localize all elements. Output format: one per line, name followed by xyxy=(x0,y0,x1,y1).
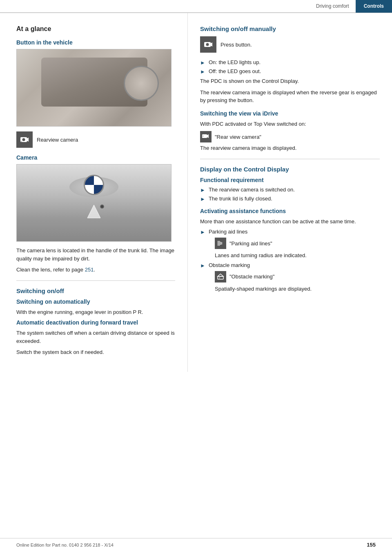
obstacle-marking-bullet: ► Obstacle marking xyxy=(200,262,380,269)
bullet-arrow6: ► xyxy=(200,262,205,269)
svg-text:P: P xyxy=(205,42,206,44)
left-column: At a glance Button in the vehicle P Rear… xyxy=(0,13,188,372)
rearview-camera-icon-box: P xyxy=(16,131,33,148)
car-interior-image xyxy=(16,49,172,127)
svg-marker-7 xyxy=(211,42,212,47)
svg-marker-4 xyxy=(87,205,100,218)
func-req-bullet2: ► The trunk lid is fully closed. xyxy=(200,196,380,202)
parking-aid-label: Parking aid lines xyxy=(209,229,247,235)
press-button-label: Press button. xyxy=(220,42,252,48)
display-control-title: Display on the Control Display xyxy=(200,166,380,173)
switching-on-off-title: Switching on/off xyxy=(16,287,175,294)
parking-aid-icon-row: "Parking aid lines" xyxy=(200,238,380,249)
parking-aid-bullet: ► Parking aid lines xyxy=(200,229,380,235)
divider1 xyxy=(16,280,175,281)
svg-text:R: R xyxy=(203,135,204,137)
main-content: At a glance Button in the vehicle P Rear… xyxy=(0,13,392,372)
rearview-camera-label: Rearview camera xyxy=(37,137,78,143)
obstacle-marking-label: Obstacle marking xyxy=(209,262,250,268)
assistance-functions-title: Activating assistance functions xyxy=(200,208,380,214)
rearview-camera-icon: P xyxy=(20,135,29,145)
svg-point-1 xyxy=(22,138,25,141)
svg-marker-17 xyxy=(218,274,223,276)
page-251-link[interactable]: 251 xyxy=(85,267,94,273)
deactivation-title: Automatic deactivation during forward tr… xyxy=(16,319,175,326)
idrive-result: The rearview camera image is displayed. xyxy=(200,144,380,152)
rearview-camera-row: P Rearview camera xyxy=(16,131,175,148)
right-column: Switching on/off manually P Press button… xyxy=(188,13,392,372)
parking-aid-desc: Lanes and turning radius are indicated. xyxy=(200,251,380,260)
parking-aid-icon-label: "Parking aid lines" xyxy=(229,240,272,247)
bullet-arrow3: ► xyxy=(200,187,205,193)
deactivation-desc2: Switch the system back on if needed. xyxy=(16,348,175,356)
svg-point-6 xyxy=(206,43,209,46)
switching-idrive-title: Switching the view via iDrive xyxy=(200,110,380,117)
on-led-text: On: the LED lights up. xyxy=(209,59,261,65)
bullet-arrow5: ► xyxy=(200,229,205,235)
press-button-icon-box: P xyxy=(200,36,216,53)
off-led-text: Off: the LED goes out. xyxy=(209,68,261,74)
svg-marker-10 xyxy=(207,134,209,138)
parking-aid-icon-box xyxy=(215,238,226,249)
on-led-row: ► On: the LED lights up. xyxy=(200,59,380,66)
button-in-vehicle-title: Button in the vehicle xyxy=(16,39,175,46)
obstacle-desc: Spatially-shaped markings are displayed. xyxy=(200,285,380,293)
at-a-glance-title: At a glance xyxy=(16,25,175,33)
rear-view-label: "Rear view camera" xyxy=(215,134,261,140)
assistance-desc: More than one assistance function can be… xyxy=(200,218,380,226)
obstacle-icon-box: P xyxy=(215,271,226,282)
rear-view-icon: R xyxy=(202,133,209,140)
divider2 xyxy=(200,159,380,159)
header-bar: Driving comfort Controls xyxy=(0,0,392,13)
rear-view-icon-box: R xyxy=(200,131,212,142)
switching-manual-title: Switching on/off manually xyxy=(200,25,380,32)
press-button-row: P Press button. xyxy=(200,36,380,53)
obstacle-icon-label: "Obstacle marking" xyxy=(229,274,274,280)
obstacle-icon-row: P "Obstacle marking" xyxy=(200,271,380,282)
off-led-row: ► Off: the LED goes out. xyxy=(200,68,380,75)
bullet-arrow4: ► xyxy=(200,196,205,202)
bullet-arrow-icon2: ► xyxy=(200,69,205,75)
camera-section-title: Camera xyxy=(16,154,175,161)
idrive-desc: With PDC activated or Top View switched … xyxy=(200,120,380,128)
header-controls-tab: Controls xyxy=(356,0,392,13)
switching-auto-title: Switching on automatically xyxy=(16,298,175,305)
camera-desc1: The camera lens is located in the handle… xyxy=(16,247,175,262)
functional-req-title: Functional requirement xyxy=(200,177,380,183)
camera-desc2: Clean the lens, refer to page 251. xyxy=(16,266,175,274)
parking-aid-icon xyxy=(217,240,224,247)
func-req-bullet1: ► The rearview camera is switched on. xyxy=(200,187,380,193)
bmw-logo xyxy=(84,175,104,195)
pdc-note: The PDC is shown on the Control Display. xyxy=(200,77,380,85)
trunk-arrow-icon xyxy=(86,203,102,221)
svg-text:P: P xyxy=(219,277,220,279)
switching-auto-desc: With the engine running, engage lever in… xyxy=(16,308,175,316)
footer-copyright: Online Edition for Part no. 0140 2 956 2… xyxy=(16,543,114,547)
header-driving-comfort: Driving comfort xyxy=(0,3,356,9)
func-req-text1: The rearview camera is switched on. xyxy=(209,187,295,193)
page-number: 155 xyxy=(367,542,376,548)
press-button-icon: P xyxy=(203,40,213,49)
svg-marker-2 xyxy=(27,138,29,142)
camera-note: The rearview camera image is displayed w… xyxy=(200,89,380,105)
bullet-arrow-icon: ► xyxy=(200,60,205,66)
func-req-text2: The trunk lid is fully closed. xyxy=(209,196,272,202)
deactivation-desc1: The system switches off when a certain d… xyxy=(16,329,175,345)
rear-view-icon-row: R "Rear view camera" xyxy=(200,131,380,142)
trunk-lid-image xyxy=(16,164,172,242)
footer: Online Edition for Part no. 0140 2 956 2… xyxy=(0,538,392,548)
obstacle-icon: P xyxy=(217,273,224,280)
